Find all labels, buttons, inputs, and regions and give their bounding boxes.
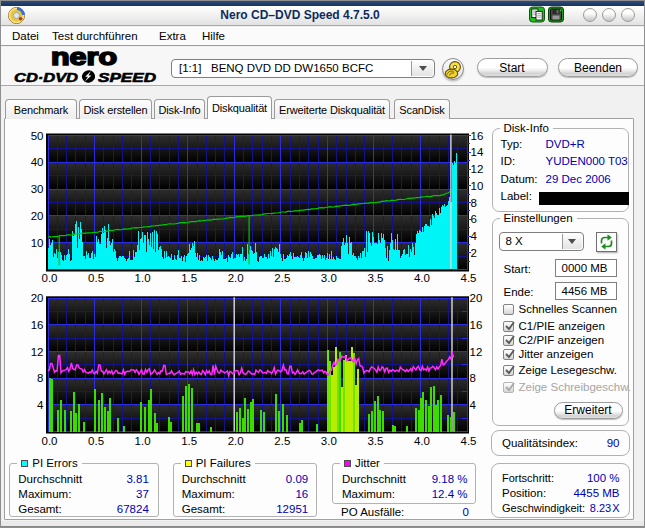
svg-text:1.5: 1.5 xyxy=(181,272,197,284)
svg-text:0.5: 0.5 xyxy=(88,435,104,447)
svg-text:16: 16 xyxy=(31,319,44,331)
svg-text:12: 12 xyxy=(31,346,44,358)
svg-text:3.5: 3.5 xyxy=(367,435,383,447)
svg-text:1.0: 1.0 xyxy=(135,272,151,284)
svg-text:1.0: 1.0 xyxy=(135,435,151,447)
svg-text:50: 50 xyxy=(31,130,44,142)
svg-text:12: 12 xyxy=(470,346,483,358)
svg-text:30: 30 xyxy=(31,183,44,195)
svg-text:20: 20 xyxy=(31,292,44,304)
svg-text:4.5: 4.5 xyxy=(461,435,477,447)
svg-text:16: 16 xyxy=(470,319,483,331)
svg-text:2: 2 xyxy=(471,247,477,259)
svg-text:40: 40 xyxy=(31,156,44,168)
svg-text:1.5: 1.5 xyxy=(181,435,197,447)
svg-text:2.5: 2.5 xyxy=(274,435,290,447)
svg-text:12: 12 xyxy=(471,163,484,175)
svg-text:20: 20 xyxy=(31,210,44,222)
svg-text:2.5: 2.5 xyxy=(274,272,290,284)
svg-text:3.5: 3.5 xyxy=(367,272,383,284)
svg-text:4.0: 4.0 xyxy=(414,272,430,284)
svg-text:4.0: 4.0 xyxy=(414,435,430,447)
svg-text:3.0: 3.0 xyxy=(321,435,337,447)
svg-text:8: 8 xyxy=(470,372,476,384)
svg-text:4: 4 xyxy=(471,230,478,242)
svg-text:0.0: 0.0 xyxy=(42,272,58,284)
svg-text:2.0: 2.0 xyxy=(228,435,244,447)
svg-text:2.0: 2.0 xyxy=(228,272,244,284)
svg-text:6: 6 xyxy=(471,213,477,225)
svg-text:20: 20 xyxy=(470,292,483,304)
svg-text:3.0: 3.0 xyxy=(321,272,337,284)
svg-text:4.5: 4.5 xyxy=(461,272,477,284)
svg-text:0.0: 0.0 xyxy=(42,435,58,447)
svg-text:4: 4 xyxy=(37,399,44,411)
svg-text:8: 8 xyxy=(37,372,43,384)
svg-text:4: 4 xyxy=(470,399,477,411)
svg-text:14: 14 xyxy=(471,146,484,158)
svg-text:0.5: 0.5 xyxy=(88,272,104,284)
svg-text:16: 16 xyxy=(471,130,484,142)
svg-text:10: 10 xyxy=(471,180,484,192)
svg-text:10: 10 xyxy=(31,237,44,249)
svg-text:8: 8 xyxy=(471,197,477,209)
